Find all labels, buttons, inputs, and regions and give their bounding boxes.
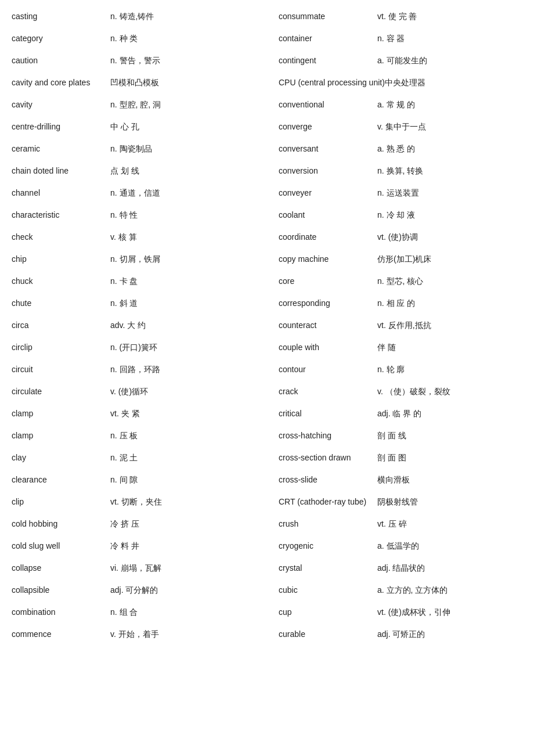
entry-definition: n. 斜 道 xyxy=(110,298,255,309)
entry-definition: adj. 可分解的 xyxy=(110,585,255,596)
entry-word: cold hobbing xyxy=(12,519,110,528)
list-item: circuitn. 回路，环路 xyxy=(12,359,255,381)
list-item: centre-drilling中 心 孔 xyxy=(12,116,255,138)
entry-definition: a. 低温学的 xyxy=(377,541,522,552)
list-item: channeln. 通道，信道 xyxy=(12,182,255,204)
entry-word: conversion xyxy=(279,166,377,175)
entry-definition: vi. 崩塌，瓦解 xyxy=(110,563,255,574)
entry-word: cross-section drawn xyxy=(279,453,377,462)
entry-definition: 冷 料 井 xyxy=(110,541,255,552)
entry-definition: adv. 大 约 xyxy=(110,321,255,331)
entry-definition: 冷 挤 压 xyxy=(110,519,255,530)
list-item: contingenta. 可能发生的 xyxy=(279,50,522,72)
entry-definition: vt. (使)成杯状，引伸 xyxy=(377,607,522,618)
list-item: cryogenica. 低温学的 xyxy=(279,535,522,557)
list-item: categoryn. 种 类 xyxy=(12,28,255,50)
entry-definition: vt. 压 碎 xyxy=(377,519,522,530)
list-item: clearancen. 间 隙 xyxy=(12,469,255,491)
list-item: convergev. 集中于一点 xyxy=(279,116,522,138)
entry-definition: 中央处理器 xyxy=(385,78,522,88)
entry-word: category xyxy=(12,34,110,43)
entry-word: characteristic xyxy=(12,210,110,219)
entry-definition: v. （使）破裂，裂纹 xyxy=(377,387,522,397)
entry-word: clip xyxy=(12,497,110,506)
entry-definition: a. 可能发生的 xyxy=(377,56,522,66)
entry-definition: 横向滑板 xyxy=(377,475,522,485)
entry-definition: vt. 反作用,抵抗 xyxy=(377,321,522,331)
entry-word: cubic xyxy=(279,585,377,595)
entry-definition: n. 冷 却 液 xyxy=(377,210,522,221)
list-item: CRT (cathoder-ray tube)阴极射线管 xyxy=(279,491,522,513)
list-item: chuckn. 卡 盘 xyxy=(12,271,255,293)
entry-word: circa xyxy=(12,321,110,330)
dictionary-table: castingn. 铸造,铸件categoryn. 种 类cautionn. 警… xyxy=(0,0,534,651)
entry-word: check xyxy=(12,232,110,242)
entry-word: cavity xyxy=(12,100,110,109)
entry-word: commence xyxy=(12,629,110,639)
list-item: cautionn. 警告，警示 xyxy=(12,50,255,72)
entry-word: critical xyxy=(279,409,377,418)
entry-word: collapse xyxy=(12,563,110,573)
entry-word: cold slug well xyxy=(12,541,110,550)
entry-word: circuit xyxy=(12,365,110,374)
list-item: contourn. 轮 廓 xyxy=(279,359,522,381)
list-item: coordinatevt. (使)协调 xyxy=(279,226,522,249)
entry-word: copy machine xyxy=(279,254,377,264)
entry-word: coordinate xyxy=(279,232,377,242)
entry-definition: adj. 可矫正的 xyxy=(377,629,522,640)
entry-definition: v. (使)循环 xyxy=(110,387,255,397)
entry-definition: a. 立方的, 立方体的 xyxy=(377,585,522,596)
entry-definition: n. 种 类 xyxy=(110,34,255,44)
entry-definition: v. 开始，着手 xyxy=(110,629,255,640)
left-column: castingn. 铸造,铸件categoryn. 种 类cautionn. 警… xyxy=(0,6,267,646)
entry-word: conveyer xyxy=(279,188,377,197)
list-item: clampvt. 夹 紧 xyxy=(12,403,255,425)
list-item: circulatev. (使)循环 xyxy=(12,381,255,403)
entry-word: clearance xyxy=(12,475,110,484)
entry-word: chuck xyxy=(12,276,110,286)
list-item: crystaladj. 结晶状的 xyxy=(279,557,522,579)
entry-definition: 中 心 孔 xyxy=(110,122,255,132)
entry-word: CRT (cathoder-ray tube) xyxy=(279,497,377,506)
entry-word: counteract xyxy=(279,321,377,330)
list-item: combinationn. 组 合 xyxy=(12,602,255,624)
entry-word: curable xyxy=(279,629,377,639)
entry-definition: adj. 临 界 的 xyxy=(377,409,522,419)
list-item: commencev. 开始，着手 xyxy=(12,624,255,646)
list-item: chuten. 斜 道 xyxy=(12,293,255,315)
entry-definition: n. 轮 廓 xyxy=(377,365,522,375)
entry-definition: n. (开口)簧环 xyxy=(110,343,255,353)
list-item: coolantn. 冷 却 液 xyxy=(279,204,522,226)
list-item: cross-hatching剖 面 线 xyxy=(279,425,522,447)
entry-definition: vt. 夹 紧 xyxy=(110,409,255,419)
entry-word: couple with xyxy=(279,343,377,352)
entry-definition: n. 型芯, 核心 xyxy=(377,276,522,287)
entry-word: corresponding xyxy=(279,298,377,308)
entry-definition: a. 常 规 的 xyxy=(377,100,522,110)
entry-definition: n. 间 隙 xyxy=(110,475,255,485)
entry-definition: 凹模和凸模板 xyxy=(110,78,255,88)
entry-word: contingent xyxy=(279,56,377,65)
entry-word: circlip xyxy=(12,343,110,352)
entry-definition: n. 铸造,铸件 xyxy=(110,12,255,22)
entry-word: circulate xyxy=(12,387,110,396)
entry-definition: n. 陶瓷制品 xyxy=(110,144,255,154)
list-item: characteristicn. 特 性 xyxy=(12,204,255,226)
entry-definition: n. 容 器 xyxy=(377,34,522,44)
list-item: criticaladj. 临 界 的 xyxy=(279,403,522,425)
list-item: cubica. 立方的, 立方体的 xyxy=(279,579,522,602)
list-item: clayn. 泥 土 xyxy=(12,447,255,469)
entry-word: channel xyxy=(12,188,110,197)
entry-definition: n. 换算, 转换 xyxy=(377,166,522,177)
list-item: circlipn. (开口)簧环 xyxy=(12,337,255,359)
list-item: conversanta. 熟 悉 的 xyxy=(279,138,522,160)
list-item: collapsibleadj. 可分解的 xyxy=(12,579,255,602)
list-item: cold hobbing冷 挤 压 xyxy=(12,513,255,535)
list-item: collapsevi. 崩塌，瓦解 xyxy=(12,557,255,579)
list-item: castingn. 铸造,铸件 xyxy=(12,6,255,28)
list-item: crushvt. 压 碎 xyxy=(279,513,522,535)
entry-definition: n. 型腔, 腔, 洞 xyxy=(110,100,255,110)
entry-word: centre-drilling xyxy=(12,122,110,131)
list-item: consummatevt. 使 完 善 xyxy=(279,6,522,28)
list-item: cross-section drawn剖 面 图 xyxy=(279,447,522,469)
